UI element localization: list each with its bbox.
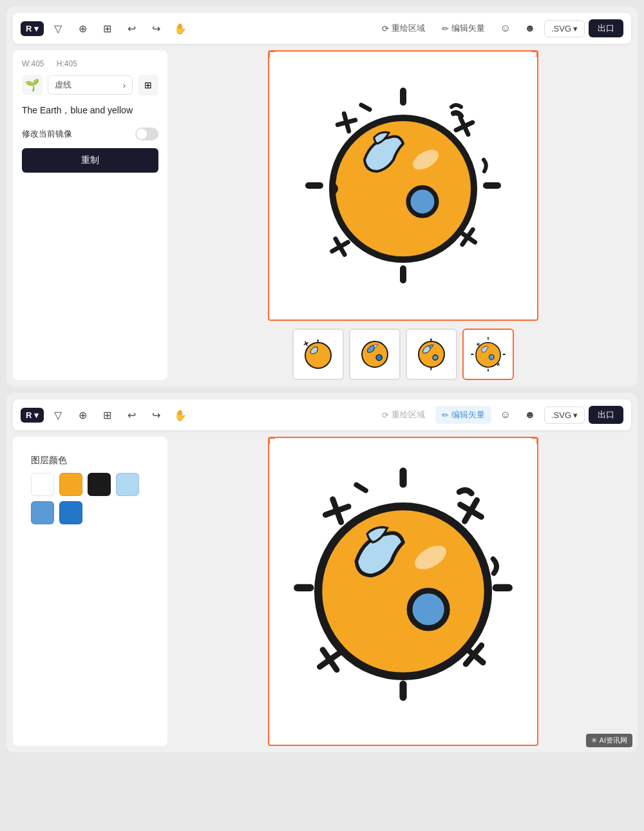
redo-btn-2[interactable]: ↪ [146,405,166,425]
reset-btn[interactable]: 重制 [22,148,158,173]
redraw-area-btn-2[interactable]: ⟳ 重绘区域 [375,406,431,424]
earth-svg-bottom [281,450,526,733]
swatch-dark-blue[interactable] [59,501,82,524]
toolbar-bottom: R ▾ ▽ ⊕ ⊞ ↩ ↪ ✋ ⟳ 重绘区域 ✏ 编辑矢量 ☺ ☻ .SVG ▾… [13,399,631,430]
canvas-area-top [175,50,631,380]
svg-rect-29 [471,354,473,355]
svg-rect-0 [400,88,406,106]
emoji-btn-4[interactable]: ☻ [520,405,540,425]
thumbnail-4[interactable] [462,329,514,380]
thumb-svg-3 [412,335,451,374]
redraw-label: 重绘区域 [392,23,425,34]
export-btn-bottom[interactable]: 出口 [589,406,623,424]
svg-line-12 [361,105,370,110]
svg-format-dropdown[interactable]: .SVG ▾ [544,20,585,37]
add-tool-btn[interactable]: ⊕ [72,18,93,39]
thumb-svg-1 [296,335,341,374]
export-btn-top[interactable]: 出口 [589,19,623,37]
redraw-area-btn[interactable]: ⟳ 重绘区域 [375,19,431,37]
svg-rect-3 [483,182,501,189]
swatch-light-blue[interactable] [116,473,139,496]
colors-title: 图层颜色 [31,455,149,466]
edit-vector-icon-2: ✏ [442,410,449,420]
svg-point-35 [476,343,500,367]
style-select[interactable]: 虚线 › [48,75,133,95]
frame-tool-btn[interactable]: ⊞ [97,18,117,39]
svg-point-15 [408,187,437,216]
frame-tool-btn-2[interactable]: ⊞ [97,405,117,425]
toggle-label: 修改当前镜像 [22,128,72,140]
logo-arrow: ▾ [34,24,39,33]
settings-btn[interactable]: ⊞ [138,75,158,95]
select-tool-btn-2[interactable]: ▽ [48,405,68,425]
thumb-svg-2 [355,335,394,374]
add-tool-btn-2[interactable]: ⊕ [72,405,93,425]
thumbnail-row [292,329,514,380]
width-label: W:405 [22,59,49,68]
svg-rect-26 [430,367,431,370]
svg-rect-25 [430,338,431,341]
panel-bottom-body: 图层颜色 [13,437,631,746]
svg-rect-1 [400,265,406,283]
app-logo[interactable]: R ▾ [21,21,44,36]
mirror-toggle[interactable] [135,128,158,140]
description: The Earth，blue and yellow [22,103,158,117]
panel-top-body: W:405 H:405 🌱 虚线 › ⊞ The Earth，blue and … [13,50,631,380]
redo-btn[interactable]: ↪ [146,18,166,39]
hand-btn[interactable]: ✋ [170,18,191,39]
style-arrow: › [123,81,126,90]
sidebar-top: W:405 H:405 🌱 虚线 › ⊞ The Earth，blue and … [13,50,167,380]
select-tool-btn[interactable]: ▽ [48,18,68,39]
swatch-medium-blue[interactable] [31,501,54,524]
emoji-btn-3[interactable]: ☺ [495,405,516,425]
svg-point-16 [305,343,331,368]
svg-rect-27 [488,337,489,339]
svg-rect-30 [503,354,506,355]
emoji-btn-1[interactable]: ☺ [495,18,516,39]
undo-btn-2[interactable]: ↩ [121,405,142,425]
swatch-white[interactable] [31,473,54,496]
undo-btn[interactable]: ↩ [121,18,142,39]
thumbnail-2[interactable] [349,329,401,380]
emoji-btn-2[interactable]: ☻ [520,18,540,39]
style-emoji: 🌱 [25,78,39,92]
toggle-row: 修改当前镜像 [22,128,158,140]
svg-rect-17 [317,339,319,343]
watermark-text: AI资讯网 [600,736,627,745]
edit-vector-btn-2[interactable]: ✏ 编辑矢量 [435,406,491,424]
thumbnail-3[interactable] [406,329,457,380]
svg-rect-39 [294,584,314,591]
redraw-icon: ⟳ [382,24,389,33]
app-logo-2[interactable]: R ▾ [21,408,44,423]
svg-point-24 [433,355,438,360]
svg-point-52 [410,591,447,628]
svg-point-22 [376,354,382,360]
logo-arrow-2: ▾ [34,410,39,420]
watermark-icon: ✳ [591,736,597,745]
svg-point-36 [489,355,494,360]
edit-vector-btn[interactable]: ✏ 编辑矢量 [435,19,491,37]
svg-line-11 [456,118,473,135]
thumbnail-1[interactable] [292,329,344,380]
dropdown-arrow-2: ▾ [573,410,578,420]
height-label: H:405 [57,59,82,68]
panel-top: R ▾ ▽ ⊕ ⊞ ↩ ↪ ✋ ⟳ 重绘区域 ✏ 编辑矢量 ☺ ☻ .SVG ▾… [6,6,638,387]
canvas-area-bottom [175,437,631,746]
svg-point-13 [332,118,474,260]
toolbar-top: R ▾ ▽ ⊕ ⊞ ↩ ↪ ✋ ⟳ 重绘区域 ✏ 编辑矢量 ☺ ☻ .SVG ▾… [13,13,631,44]
canvas-bottom[interactable] [268,437,538,746]
thumb-svg-4 [469,335,507,374]
logo-letter-2: R [26,410,32,420]
canvas-top[interactable] [268,50,538,321]
svg-format-dropdown-2[interactable]: .SVG ▾ [544,406,585,424]
sidebar-bottom: 图层颜色 [13,437,167,746]
swatch-black[interactable] [88,473,111,496]
hand-btn-2[interactable]: ✋ [170,405,191,425]
svg-rect-40 [493,584,513,591]
svg-line-49 [356,485,366,491]
style-icon-box: 🌱 [22,75,43,95]
dropdown-arrow: ▾ [573,24,578,33]
swatch-yellow[interactable] [59,473,82,496]
redraw-icon-2: ⟳ [382,410,389,420]
svg-rect-28 [488,369,489,372]
